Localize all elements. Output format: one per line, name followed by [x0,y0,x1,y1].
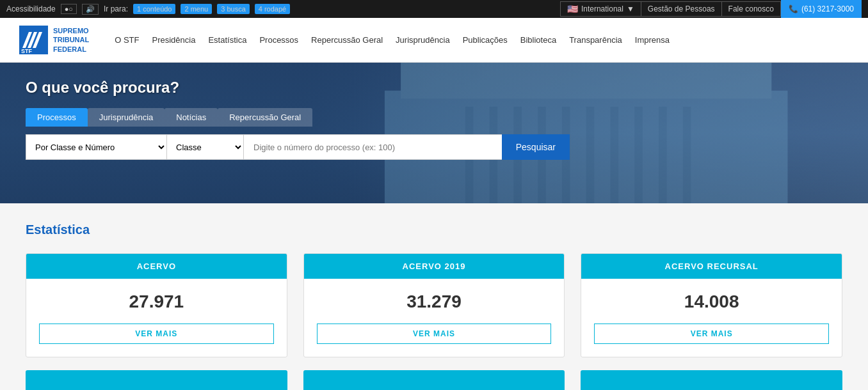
logo-icon: STF [19,26,48,54]
nav-imprensa[interactable]: Imprensa [635,35,670,45]
top-bar: Acessibilidade ●○ 🔊 Ir para: 1 conteúdo … [0,0,868,18]
stat-number-recursal: 14.008 [594,292,829,312]
accessibility-label: Acessibilidade [6,4,56,13]
partial-card-3 [581,370,842,390]
gestao-label: Gestão de Pessoas [648,4,715,13]
stat-more-btn-acervo2019[interactable]: VER MAIS [317,324,552,344]
stf-logo-svg: STF [19,26,48,54]
skip-label-1: conteúdo [143,5,172,13]
partial-card-2 [303,370,565,390]
logo[interactable]: STF SUPREMO TRIBUNAL FEDERAL [19,26,89,54]
tab-jurisprudencia[interactable]: Jurisprudência [88,108,165,127]
stat-number-acervo2019: 31.279 [317,292,552,312]
nav-biblioteca[interactable]: Biblioteca [520,35,556,45]
dropdown-icon: ▼ [627,4,634,13]
top-bar-left: Acessibilidade ●○ 🔊 Ir para: 1 conteúdo … [6,4,290,15]
partial-card-1 [26,370,287,390]
skip-num-2: 2 [184,5,188,13]
nav-jurisprudencia[interactable]: Jurisprudência [396,35,450,45]
phone-number: (61) 3217-3000 [801,4,854,13]
stat-card-header-recursal: ACERVO RECURSAL [581,254,842,279]
stats-grid: ACERVO 27.971 VER MAIS ACERVO 2019 31.27… [26,253,842,357]
main-content: Estatística ACERVO 27.971 VER MAIS ACERV… [0,203,868,390]
stat-card-acervo: ACERVO 27.971 VER MAIS [26,253,287,357]
phone-icon: 📞 [789,4,798,13]
nav-publicacoes[interactable]: Publicações [463,35,508,45]
hero-section: O que você procura? Processos Jurisprudê… [0,63,868,203]
stat-card-body-acervo: 27.971 VER MAIS [26,279,287,357]
nav-processos[interactable]: Processos [259,35,298,45]
search-input[interactable] [243,134,502,160]
gestao-btn[interactable]: Gestão de Pessoas [641,1,722,17]
stat-more-btn-recursal[interactable]: VER MAIS [594,324,829,344]
hero-title: O que você procura? [26,79,842,97]
top-bar-right: 🇺🇸 International ▼ Gestão de Pessoas Fal… [560,0,862,18]
nav-transparencia[interactable]: Transparência [569,35,622,45]
hero-content: O que você procura? Processos Jurisprudê… [0,63,868,176]
skip-link-rodape[interactable]: 4 rodapé [255,4,290,14]
search-class-select[interactable]: Classe ADI HC RE MS [166,134,243,160]
svg-text:STF: STF [21,48,33,54]
contrast-icon[interactable]: ●○ [61,4,77,14]
bottom-partial-cards [26,370,842,390]
skip-link-conteudo[interactable]: 1 conteúdo [133,4,175,14]
stat-number-acervo: 27.971 [39,292,274,312]
skip-link-menu[interactable]: 2 menu [181,4,212,14]
international-btn[interactable]: 🇺🇸 International ▼ [560,1,641,17]
stats-section-title: Estatística [26,222,842,237]
nav-presidencia[interactable]: Presidência [152,35,196,45]
tab-processos[interactable]: Processos [26,108,88,127]
audio-icon[interactable]: 🔊 [82,4,99,15]
goto-label: Ir para: [104,4,128,13]
fale-label: Fale conosco [728,4,774,13]
fale-btn[interactable]: Fale conosco [722,1,781,17]
nav-ostf[interactable]: O STF [115,35,139,45]
international-label: International [581,4,623,13]
stat-card-body-acervo2019: 31.279 VER MAIS [304,279,565,357]
nav-repercussao[interactable]: Repercussão Geral [311,35,383,45]
phone-btn[interactable]: 📞 (61) 3217-3000 [781,0,862,18]
main-nav: O STF Presidência Estatística Processos … [115,35,849,45]
flag-icon: 🇺🇸 [567,4,578,14]
skip-link-busca[interactable]: 3 busca [217,4,250,14]
skip-num-4: 4 [259,5,262,13]
skip-num-1: 1 [137,5,141,13]
skip-num-3: 3 [221,5,225,13]
stat-card-acervo2019: ACERVO 2019 31.279 VER MAIS [303,253,565,357]
stat-card-body-recursal: 14.008 VER MAIS [581,279,842,357]
stat-more-btn-acervo[interactable]: VER MAIS [39,324,274,344]
search-type-select[interactable]: Por Classe e Número Por Número Único Por… [26,134,166,160]
skip-label-2: menu [191,5,209,13]
stat-card-recursal: ACERVO RECURSAL 14.008 VER MAIS [581,253,842,357]
tab-noticias[interactable]: Notícias [165,108,218,127]
search-tabs: Processos Jurisprudência Notícias Reperc… [26,108,842,127]
stat-card-header-acervo2019: ACERVO 2019 [304,254,565,279]
skip-label-3: busca [227,5,245,13]
search-row: Por Classe e Número Por Número Único Por… [26,134,570,160]
logo-text: SUPREMO TRIBUNAL FEDERAL [53,26,89,54]
nav-estatistica[interactable]: Estatística [208,35,246,45]
header: STF SUPREMO TRIBUNAL FEDERAL O STF Presi… [0,18,868,63]
search-button[interactable]: Pesquisar [502,134,570,160]
skip-label-4: rodapé [264,5,286,13]
tab-repercussao[interactable]: Repercussão Geral [218,108,312,127]
stat-card-header-acervo: ACERVO [26,254,287,279]
